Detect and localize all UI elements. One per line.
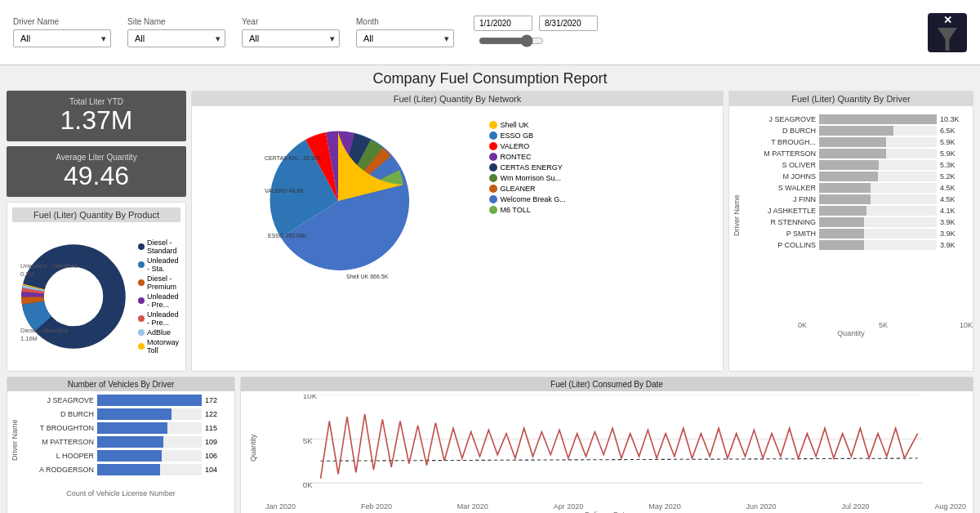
network-chart: Fuel (Liter) Quantity By Network bbox=[191, 91, 724, 372]
total-liter-value: 1.37M bbox=[13, 106, 180, 135]
network-legend-dot bbox=[489, 132, 497, 140]
driver-bar-fill bbox=[819, 172, 878, 181]
filter-select-year[interactable]: All bbox=[242, 29, 340, 47]
date-chart-area: Quantity 0K 5K 10K bbox=[241, 391, 973, 513]
driver-bar-fill bbox=[819, 149, 886, 158]
date-range-slider[interactable] bbox=[479, 34, 544, 47]
network-legend-item: VALERO bbox=[489, 142, 719, 150]
svg-point-7 bbox=[45, 268, 102, 325]
product-legend-item: Unleaded - Pre... bbox=[138, 310, 180, 327]
filter-select-site-name[interactable]: All bbox=[127, 29, 225, 47]
driver-bar-row: M PATTERSON 5.9K bbox=[751, 149, 966, 158]
network-legend-dot bbox=[489, 153, 497, 161]
network-legend-item: M6 TOLL bbox=[489, 206, 719, 214]
svg-text:0K: 0K bbox=[303, 480, 313, 489]
network-legend: Shell UKESSO GBVALERORONTECCERTAS ENERGY… bbox=[484, 111, 724, 291]
driver-bar-value: 6.5K bbox=[940, 127, 966, 135]
driver-axis-label: Driver Name bbox=[729, 111, 744, 319]
filter-clear-button[interactable]: ✕ bbox=[928, 13, 967, 52]
network-legend-label: Welcome Break G... bbox=[501, 195, 566, 203]
date-y-label: Quantity bbox=[247, 395, 259, 501]
network-legend-dot bbox=[489, 142, 497, 150]
driver-bar-row: R STENNING 3.9K bbox=[751, 217, 966, 227]
driver-bar-row: P COLLINS 3.9K bbox=[751, 240, 966, 250]
legend-label: Unleaded - Sta. bbox=[147, 256, 180, 273]
vehicle-bar-value: 109 bbox=[205, 438, 228, 446]
driver-bar-bg bbox=[819, 240, 937, 250]
network-legend-item: RONTEC bbox=[489, 153, 719, 161]
network-pie-area: CERTAS EN... 28.95K VALERO 46.6K ESSO 35… bbox=[192, 111, 484, 291]
date-x-tick: Mar 2020 bbox=[457, 502, 488, 511]
driver-bar-value: 3.9K bbox=[940, 230, 966, 238]
date-from-input[interactable] bbox=[474, 16, 532, 31]
driver-bar-value: 3.9K bbox=[940, 218, 966, 226]
vehicle-bar-bg bbox=[97, 464, 202, 475]
filter-select-month[interactable]: All bbox=[356, 29, 454, 47]
date-x-tick: Feb 2020 bbox=[361, 502, 392, 511]
total-liter-kpi: Total Liter YTD 1.37M bbox=[7, 91, 186, 141]
svg-text:Unleaded - Standard: Unleaded - Standard bbox=[20, 262, 77, 270]
driver-bar-row: M JOHNS 5.2K bbox=[751, 172, 966, 181]
driver-axis-tick: 10K bbox=[960, 321, 973, 329]
vehicles-chart: Number of Vehicles By Driver Driver Name… bbox=[7, 377, 235, 513]
funnel-icon bbox=[938, 28, 957, 51]
network-legend-label: VALERO bbox=[501, 142, 530, 150]
driver-bar-value: 5.2K bbox=[940, 172, 966, 181]
network-legend-item: ESSO GB bbox=[489, 132, 719, 140]
date-range-group bbox=[474, 16, 598, 49]
vehicle-bar-row: A RODGERSON 104 bbox=[29, 464, 228, 475]
legend-dot bbox=[138, 261, 145, 268]
legend-label: Motorway Toll bbox=[147, 338, 180, 355]
filter-month: Month All bbox=[356, 17, 454, 47]
product-legend-item: AdBlue bbox=[138, 328, 180, 337]
network-legend-label: ESSO GB bbox=[501, 132, 534, 140]
product-chart-title: Fuel (Liter) Quantity By Product bbox=[12, 207, 180, 222]
svg-text:CERTAS EN... 28.95K: CERTAS EN... 28.95K bbox=[265, 155, 322, 161]
vehicle-bar-fill bbox=[97, 450, 162, 462]
driver-bar-row: J FINN 4.5K bbox=[751, 194, 966, 204]
vehicle-bar-row: L HOOPER 106 bbox=[29, 450, 228, 462]
product-legend-item: Diesel - Standard bbox=[138, 239, 180, 255]
filter-bar: Driver Name All Site Name All Year All M… bbox=[0, 0, 980, 65]
product-donut-svg: Unleaded - Standard 0.2M Diesel - Standa… bbox=[12, 231, 135, 362]
driver-name: P SMITH bbox=[751, 230, 816, 238]
avg-liter-value: 49.46 bbox=[13, 162, 180, 190]
legend-dot bbox=[138, 315, 145, 322]
filter-label-month: Month bbox=[356, 17, 454, 26]
driver-bar-bg bbox=[819, 183, 937, 193]
driver-bar-value: 4.5K bbox=[940, 184, 966, 192]
vehicles-driver-label: Driver Name bbox=[7, 391, 22, 489]
network-legend-label: CERTAS ENERGY bbox=[501, 163, 563, 172]
vehicle-driver-name: M PATTERSON bbox=[29, 438, 94, 446]
vehicle-bar-row: D BURCH 122 bbox=[29, 408, 228, 420]
legend-label: AdBlue bbox=[147, 328, 171, 337]
filter-site-name: Site Name All bbox=[127, 17, 225, 47]
vehicle-bar-row: J SEAGROVE 172 bbox=[29, 395, 228, 406]
filter-label-year: Year bbox=[242, 17, 340, 26]
report-title: Company Fuel Consumption Report bbox=[0, 65, 980, 91]
date-x-tick: May 2020 bbox=[648, 502, 681, 511]
driver-bar-fill bbox=[819, 240, 864, 250]
driver-bar-fill bbox=[819, 229, 864, 239]
date-line-svg: 0K 5K 10K bbox=[259, 395, 966, 501]
network-legend-item: Welcome Break G... bbox=[489, 195, 719, 203]
filter-select-driver-name[interactable]: All bbox=[13, 29, 111, 47]
vehicle-driver-name: A RODGERSON bbox=[29, 466, 94, 474]
driver-bar-fill bbox=[819, 217, 864, 227]
network-legend-item: GLEANER bbox=[489, 185, 719, 193]
vehicle-bar-value: 104 bbox=[205, 466, 228, 474]
product-legend: Diesel - StandardUnleaded - Sta.Diesel -… bbox=[135, 239, 180, 355]
network-legend-label: Shell UK bbox=[501, 121, 529, 129]
svg-text:1.16M: 1.16M bbox=[20, 335, 38, 342]
x-icon: ✕ bbox=[943, 14, 952, 26]
network-legend-item: CERTAS ENERGY bbox=[489, 163, 719, 172]
date-to-input[interactable] bbox=[539, 16, 598, 31]
driver-name: M JOHNS bbox=[751, 172, 816, 181]
vehicle-bar-bg bbox=[97, 408, 202, 420]
driver-bar-value: 5.9K bbox=[940, 149, 966, 158]
network-legend-dot bbox=[489, 206, 497, 214]
svg-text:0.2M: 0.2M bbox=[20, 270, 34, 278]
filter-driver-name: Driver Name All bbox=[13, 17, 111, 47]
network-legend-dot bbox=[489, 163, 497, 172]
vehicles-axis-label: Count of Vehicle License Number bbox=[7, 489, 234, 497]
